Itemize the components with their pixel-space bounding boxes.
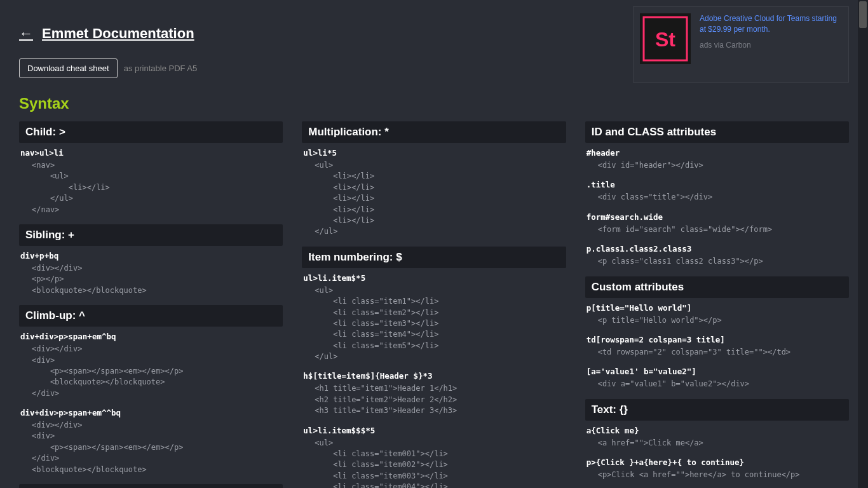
expansion: <a href="">Click me</a> <box>587 438 849 449</box>
section-title-syntax: Syntax <box>19 95 849 112</box>
abbr: [a='value1' b="value2"] <box>587 367 849 376</box>
adobe-stock-icon: St <box>640 13 691 64</box>
heading-id-class: ID and CLASS attributes <box>585 121 849 143</box>
heading-sibling: Sibling: + <box>19 224 283 246</box>
expansion: <ul> <li class="item001"></li> <li class… <box>303 438 566 488</box>
ad-link[interactable]: Adobe Creative Cloud for Teams starting … <box>700 13 839 35</box>
heading-item-numbering: Item numbering: $ <box>302 247 566 268</box>
expansion: <div></div> <div> <p><span></span><em></… <box>20 344 283 399</box>
column-3: ID and CLASS attributes #header <div id=… <box>585 121 849 488</box>
heading-custom-attrs: Custom attributes <box>585 276 849 298</box>
ad-attribution: ads via Carbon <box>700 41 751 50</box>
expansion: <ul> <li class="item1"></li> <li class="… <box>303 285 566 363</box>
expansion: <div></div> <div> <p><span></span><em></… <box>20 420 283 475</box>
heading-climbup: Climb-up: ^ <box>19 305 283 327</box>
expansion: <div class="title"></div> <box>587 192 849 203</box>
column-1: Child: > nav>ul>li <nav> <ul> <li></li> … <box>19 121 283 488</box>
heading-text: Text: {} <box>585 399 849 421</box>
abbr: nav>ul>li <box>20 148 283 158</box>
svg-text:St: St <box>655 28 675 51</box>
abbr: ul>li*5 <box>303 148 566 158</box>
download-cheatsheet-button[interactable]: Download cheat sheet <box>19 58 118 78</box>
expansion: <form id="search" class="wide"></form> <box>587 224 849 235</box>
abbr: p>{Click }+a{here}+{ to continue} <box>587 458 849 467</box>
carbon-ad[interactable]: St Adobe Creative Cloud for Teams starti… <box>633 6 849 83</box>
expansion: <h1 title="item1">Header 1</h1> <h2 titl… <box>303 383 566 416</box>
expansion: <div></div> <p></p> <blockquote></blockq… <box>20 263 283 296</box>
abbr: div+div>p>span+em^^bq <box>20 408 283 417</box>
heading-grouping: Grouping: () <box>19 484 283 488</box>
abbr: p[title="Hello world"] <box>587 303 849 313</box>
scrollbar[interactable] <box>858 0 868 488</box>
abbr: ul>li.item$*5 <box>303 273 566 283</box>
expansion: <nav> <ul> <li></li> </ul> </nav> <box>20 160 283 215</box>
expansion: <div id="header"></div> <box>587 160 849 171</box>
heading-multiplication: Multiplication: * <box>302 121 566 143</box>
abbr: h$[title=item$]{Header $}*3 <box>303 371 566 381</box>
expansion: <p title="Hello world"></p> <box>587 315 849 326</box>
expansion: <p>Click <a href="">here</a> to continue… <box>587 470 849 480</box>
abbr: div+div>p>span+em^bq <box>20 332 283 341</box>
expansion: <p class="class1 class2 class3"></p> <box>587 256 849 267</box>
column-2: Multiplication: * ul>li*5 <ul> <li></li>… <box>302 121 566 488</box>
arrow-left-icon: ← <box>19 25 33 42</box>
back-link-text: Emmet Documentation <box>42 25 194 42</box>
expansion: <td rowspan="2" colspan="3" title=""></t… <box>587 347 849 358</box>
download-note: as printable PDF A5 <box>124 64 198 73</box>
abbr: ul>li.item$$$*5 <box>303 426 566 435</box>
abbr: td[rowspan=2 colspan=3 title] <box>587 335 849 344</box>
heading-child: Child: > <box>19 121 283 143</box>
expansion: <div a="value1" b="value2"></div> <box>587 379 849 390</box>
abbr: p.class1.class2.class3 <box>587 244 849 254</box>
scrollbar-thumb[interactable] <box>859 1 867 28</box>
abbr: div+p+bq <box>20 251 283 261</box>
abbr: #header <box>587 148 849 158</box>
abbr: form#search.wide <box>587 212 849 222</box>
expansion: <ul> <li></li> <li></li> <li></li> <li><… <box>303 160 566 238</box>
back-to-docs-link[interactable]: ← Emmet Documentation <box>19 25 194 42</box>
abbr: a{Click me} <box>587 426 849 435</box>
abbr: .title <box>587 180 849 189</box>
